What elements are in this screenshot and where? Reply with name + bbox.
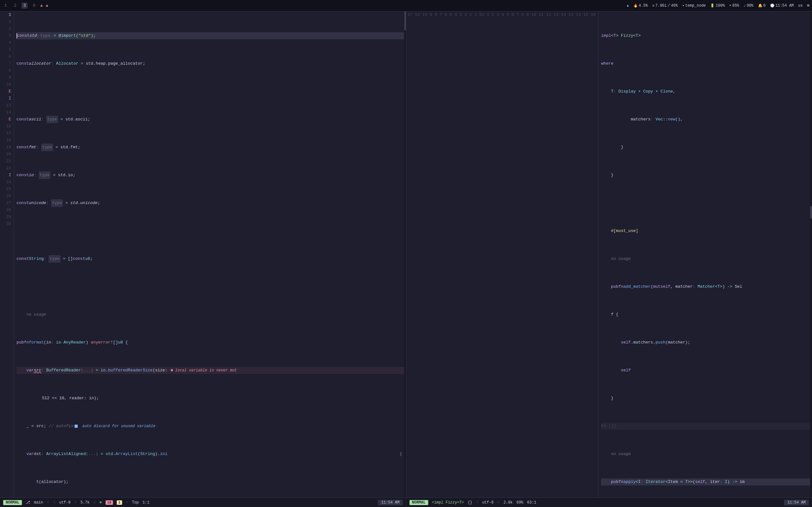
- cpu-icon: 🔥: [633, 3, 638, 8]
- locale-value: us: [798, 3, 803, 8]
- code-line: var src: BufferedReader(...) = io.buffer…: [16, 367, 404, 374]
- volume-icon: ♪: [744, 4, 746, 8]
- code-line: self: [601, 367, 810, 374]
- sb-sep5: <: [126, 500, 128, 505]
- right-sep2: <: [497, 500, 500, 505]
- code-line: T: Display + Copy + Clone,: [601, 88, 810, 95]
- signal-icon: ▲: [627, 4, 629, 8]
- brightness-icon: ☀: [729, 3, 731, 8]
- code-line: no usage: [16, 311, 404, 318]
- statusbar: NORMAL ⎇ main < < utf-8 < 5.7k < ⊕ 18 1 …: [0, 498, 812, 507]
- right-impl-context: <impl Fizzy<T>: [432, 500, 464, 505]
- code-line: const io: type = std.io;: [16, 172, 404, 179]
- cpu-status: 🔥 4.5%: [633, 3, 648, 8]
- code-line: }: [601, 395, 810, 402]
- code-line: pub fn add_matcher(mut self, matcher: Ma…: [601, 283, 810, 290]
- right-sep: <: [476, 500, 478, 505]
- code-line: self.matchers.push(matcher);: [601, 339, 810, 346]
- code-line: impl<T> Fizzy<T>: [601, 32, 810, 39]
- right-scrollbar[interactable]: [810, 11, 812, 498]
- battery-icon: 🔋: [710, 3, 715, 8]
- right-encoding: utf-8: [482, 500, 494, 505]
- locale: us: [798, 3, 803, 8]
- ram-status: ⚙ 7.9Gi / 46%: [652, 3, 677, 8]
- code-line: [16, 228, 404, 234]
- cpu-value: 4.5%: [639, 3, 648, 8]
- notification-status: 🔔 0: [758, 3, 766, 8]
- code-line: [601, 200, 810, 207]
- tab-9[interactable]: 9: [31, 3, 37, 9]
- clock: 🕐 11:54 AM: [770, 3, 794, 8]
- grid-icon[interactable]: ⊞: [807, 3, 809, 8]
- left-encoding: utf-8: [59, 500, 70, 505]
- code-line: pub fn format(in: io.AnyReader) anyerror…: [16, 339, 404, 346]
- right-editor-pane[interactable]: 17 16 15 9 8 7 6 5 4 3 3 2 1 63 1: [406, 11, 812, 498]
- notif-icon: 🔔: [758, 3, 763, 8]
- left-branch-name: main: [34, 500, 43, 505]
- left-code-content[interactable]: const std: type = @import("std"); const …: [14, 11, 404, 498]
- code-line: t(allocator);: [16, 478, 404, 486]
- code-line: #[must_use]: [601, 228, 810, 234]
- left-line-numbers: 1 1 2 3 4 5 6 7 8 9 10 E I 13 14 E: [0, 11, 14, 498]
- code-line: _ = src; // autofix auto discard for unu…: [16, 423, 404, 430]
- code-line: }: [601, 172, 810, 179]
- code-line: const ascii: type = std.ascii;: [16, 116, 404, 123]
- code-line: pub fn apply<I: Iterator<Item = T>>(self…: [601, 478, 810, 486]
- code-line: var dst: ArrayListAligned(...) = std.Arr…: [16, 451, 404, 458]
- left-error-count: 18: [106, 500, 113, 505]
- left-warn-count: 1: [117, 500, 122, 505]
- wifi-icon: ▾: [682, 3, 684, 8]
- tab-2[interactable]: 2: [12, 3, 18, 9]
- code-line: no usage: [601, 256, 810, 262]
- battery-status: 🔋 100%: [710, 3, 725, 8]
- ram-pct-value: 46%: [671, 3, 678, 8]
- left-branch-icon: ⎇: [26, 500, 30, 505]
- code-line: 512 << 10, reader: in);: [16, 395, 404, 402]
- signal-status: ▲: [627, 4, 629, 8]
- left-scroll-pos: Top: [132, 500, 139, 505]
- left-mode-badge: NORMAL: [3, 500, 22, 505]
- wifi-status: ▾ temp_node: [682, 3, 706, 8]
- ram-pct: /: [668, 3, 670, 8]
- right-scroll-pct: 69%: [516, 500, 523, 505]
- volume-status: ♪ 90%: [744, 3, 753, 8]
- right-braces: {}: [468, 500, 472, 505]
- sb-sep: <: [47, 500, 49, 505]
- right-line-numbers: 17 16 15 9 8 7 6 5 4 3 3 2 1 63 1: [406, 11, 599, 498]
- ram-icon: ⚙: [652, 3, 654, 8]
- code-line: const fmt: type = std.fmt;: [16, 144, 404, 151]
- right-mode-badge: NORMAL: [409, 500, 428, 505]
- left-cursor-pos: 1:1: [143, 500, 150, 505]
- left-time: 11:54 AM: [378, 500, 403, 505]
- time-value: 11:54 AM: [775, 3, 794, 8]
- code-line: const String: type = []const u8;: [16, 256, 404, 262]
- right-time: 11:54 AM: [784, 500, 809, 505]
- code-line: const unicode: type = std.unicode;: [16, 200, 404, 207]
- left-statusbar: NORMAL ⎇ main < < utf-8 < 5.7k < ⊕ 18 1 …: [0, 498, 406, 507]
- sb-sep4: <: [93, 500, 96, 505]
- code-line: }: [601, 144, 810, 151]
- tab-1[interactable]: 1: [3, 3, 9, 9]
- code-line: [16, 283, 404, 290]
- left-errors-icon: ⊕: [100, 500, 102, 505]
- left-filesize: 5.7k: [81, 500, 90, 505]
- left-editor-pane[interactable]: 1 1 2 3 4 5 6 7 8 9 10 E I 13 14 E: [0, 11, 406, 498]
- battery-value: 100%: [716, 3, 725, 8]
- code-line: 63 │: [601, 423, 810, 430]
- tab-icon-1: ▲: [40, 3, 43, 8]
- notif-value: 0: [763, 3, 766, 8]
- wifi-name: temp_node: [685, 3, 706, 8]
- code-line: where: [601, 60, 810, 67]
- left-scrollbar[interactable]: [404, 11, 406, 498]
- sb-sep3: <: [74, 500, 77, 505]
- tab-3[interactable]: 3: [21, 3, 28, 9]
- topbar: 1 2 3 9 ▲ ▲ ▲ 🔥 4.5% ⚙ 7.9Gi / 46% ▾ t: [0, 0, 812, 11]
- right-filesize: 2.0k: [503, 500, 513, 505]
- right-statusbar: NORMAL <impl Fizzy<T> {} < utf-8 < 2.0k …: [406, 498, 812, 507]
- brightness-value: 85%: [732, 3, 740, 8]
- right-code-content[interactable]: impl<T> Fizzy<T> where T: Display + Copy…: [599, 11, 810, 498]
- tab-icon-2: ▲: [46, 3, 48, 8]
- clock-icon: 🕐: [770, 3, 774, 8]
- code-line: f {: [601, 311, 810, 318]
- brightness-status: ☀ 85%: [729, 3, 739, 8]
